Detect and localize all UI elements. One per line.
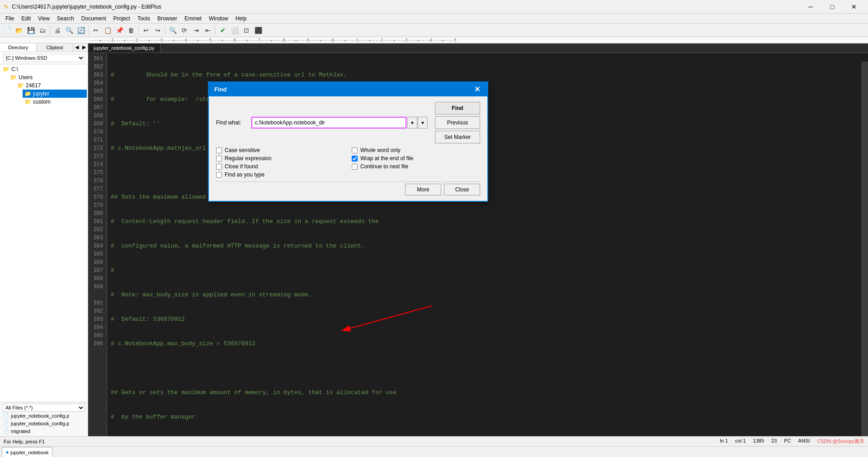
open-file-button[interactable]: 📂 — [14, 25, 24, 36]
file-filter-select[interactable]: All Files (*.*) — [3, 404, 85, 412]
minimize-button[interactable]: ─ — [800, 1, 821, 12]
toolbar: 📄 📂 💾 🗂 🖨 🔍 🔄 ✂ 📋 📌 🗑 ↩ ↪ 🔍 ⟳ ⇥ ⇤ ✔ ⬜ ⊡ … — [0, 24, 868, 37]
drive-select[interactable]: [C:] Windows-SSD — [3, 54, 85, 62]
redo-button[interactable]: ↪ — [152, 25, 163, 36]
option-whole-word: Whole word only — [352, 147, 480, 153]
set-marker-button[interactable]: Set Marker — [435, 131, 480, 143]
app-icon: ✎ — [4, 3, 9, 10]
find-close-x-button[interactable]: ✕ — [472, 85, 482, 94]
line-num-380: 380 — [88, 209, 103, 218]
window-split-button[interactable]: ⊡ — [241, 25, 252, 36]
regular-expression-checkbox[interactable] — [216, 156, 222, 162]
undo-button[interactable]: ↩ — [141, 25, 151, 36]
line-num-378: 378 — [88, 193, 103, 201]
sidebar: Directory Cliptext ◀ ▶ [C:] Windows-SSD … — [0, 43, 88, 436]
bottom-tab-label: jupyter_notebook — [10, 450, 48, 455]
menu-project[interactable]: Project — [110, 14, 134, 23]
check-button[interactable]: ✔ — [217, 25, 228, 36]
replace-button[interactable]: ⟳ — [179, 25, 190, 36]
menu-edit[interactable]: Edit — [18, 14, 34, 23]
cut-button[interactable]: ✂ — [90, 25, 101, 36]
find-as-you-type-checkbox[interactable] — [216, 172, 222, 178]
sidebar-nav-left[interactable]: ◀ — [73, 43, 80, 52]
delete-button[interactable]: 🗑 — [126, 25, 137, 36]
menu-view[interactable]: View — [34, 14, 53, 23]
tree-label-custom: custom — [33, 99, 51, 105]
file-icon-3: 📄 — [3, 428, 9, 434]
wrap-at-end-checkbox[interactable] — [352, 156, 358, 162]
find-dropdown-extra-button[interactable]: ▼ — [418, 117, 428, 129]
indent-button[interactable]: ⇥ — [191, 25, 202, 36]
menu-document[interactable]: Document — [78, 14, 110, 23]
sidebar-nav-right[interactable]: ▶ — [80, 43, 88, 52]
find-options: Case sensitive Regular expression Close … — [216, 147, 480, 178]
line-num-388: 388 — [88, 275, 103, 283]
previous-button[interactable]: Previous — [435, 116, 480, 129]
tree-item-custom[interactable]: 📁 custom — [23, 98, 87, 106]
option-wrap-at-end: Wrap at the end of file — [352, 155, 480, 162]
sidebar-tab-cliptext[interactable]: Cliptext — [37, 43, 73, 52]
sidebar-drive: [C:] Windows-SSD — [0, 52, 88, 64]
tree-item-jupyter[interactable]: 📁 jupyter — [23, 90, 87, 98]
option-case-sensitive: Case sensitive — [216, 147, 344, 153]
file-item-1[interactable]: 📄 jupyter_notebook_config.p — [3, 412, 85, 419]
menu-file[interactable]: File — [2, 14, 18, 23]
menu-emmet[interactable]: Emmet — [181, 14, 205, 23]
right-scrollbar[interactable] — [862, 62, 868, 436]
menu-browser[interactable]: Browser — [154, 14, 181, 23]
find-button[interactable]: 🔍 — [167, 25, 178, 36]
case-sensitive-checkbox[interactable] — [216, 148, 222, 153]
outdent-button[interactable]: ⇤ — [203, 25, 213, 36]
line-num-384: 384 — [88, 242, 103, 250]
menu-tools[interactable]: Tools — [134, 14, 154, 23]
find-bottom-buttons: More Close — [216, 181, 480, 195]
line-num-374: 374 — [88, 161, 103, 169]
tree-item-users[interactable]: 📁 Users — [8, 73, 87, 81]
find-input-container: ▼ ▼ — [251, 117, 428, 129]
close-window-button[interactable]: ✕ — [844, 1, 864, 12]
save-file-button[interactable]: 💾 — [25, 25, 36, 36]
close-if-found-checkbox[interactable] — [216, 164, 222, 170]
diamond-icon: ◆ — [6, 450, 9, 454]
ruler: ----+----1----+----2----+----3----+----4… — [0, 37, 868, 43]
new-file-button[interactable]: 📄 — [2, 25, 13, 36]
file-label-1: jupyter_notebook_config.p — [11, 413, 69, 419]
sidebar-tabs: Directory Cliptext ◀ ▶ — [0, 43, 88, 52]
bottom-file-tab-1[interactable]: ◆ jupyter_notebook — [2, 447, 52, 457]
whole-word-checkbox[interactable] — [352, 148, 358, 153]
more-button[interactable]: More — [405, 184, 441, 195]
paste-button[interactable]: 📌 — [114, 25, 125, 36]
status-bar: For Help, press F1 ln 1 col 1 1385 23 PC… — [0, 436, 868, 446]
save-all-button[interactable]: 🗂 — [37, 25, 48, 36]
status-ln: ln 1 — [720, 438, 728, 445]
status-pc: PC — [784, 438, 791, 445]
find-dialog: Find ✕ Find what: ▼ ▼ Find Previous Set … — [208, 81, 488, 202]
folder-icon-users: 📁 — [10, 74, 17, 81]
find-button[interactable]: Find — [435, 102, 480, 114]
line-num-393: 393 — [88, 315, 103, 324]
tree-label-c: C:\ — [11, 66, 18, 72]
tree-item-c[interactable]: 📁 C:\ — [1, 65, 87, 73]
editor-tab-main[interactable]: jupyter_notebook_config.py — [88, 43, 160, 52]
copy-button[interactable]: 📋 — [102, 25, 113, 36]
format-button[interactable]: ⬜ — [229, 25, 240, 36]
maximize-button[interactable]: □ — [822, 1, 843, 12]
line-num-382: 382 — [88, 226, 103, 234]
find-dropdown-arrow-button[interactable]: ▼ — [407, 117, 417, 129]
fullscreen-button[interactable]: ⬛ — [253, 25, 264, 36]
menu-help[interactable]: Help — [232, 14, 250, 23]
menu-window[interactable]: Window — [205, 14, 232, 23]
whole-word-label: Whole word only — [360, 147, 401, 153]
print-button[interactable]: 🖨 — [52, 25, 63, 36]
find-dialog-body: Find what: ▼ ▼ Find Previous Set Marker … — [209, 96, 487, 201]
continue-to-next-checkbox[interactable] — [352, 164, 358, 170]
dialog-close-button[interactable]: Close — [444, 184, 480, 195]
tree-item-24617[interactable]: 📁 24617 — [15, 81, 87, 90]
menu-search[interactable]: Search — [53, 14, 78, 23]
print-preview-button[interactable]: 🔍 — [64, 25, 75, 36]
find-input[interactable] — [251, 117, 406, 129]
reload-button[interactable]: 🔄 — [75, 25, 86, 36]
file-item-3[interactable]: 📄 migrated — [3, 427, 85, 435]
file-item-2[interactable]: 📄 jupyter_notebook_config.p — [3, 419, 85, 427]
sidebar-tab-directory[interactable]: Directory — [0, 43, 37, 52]
